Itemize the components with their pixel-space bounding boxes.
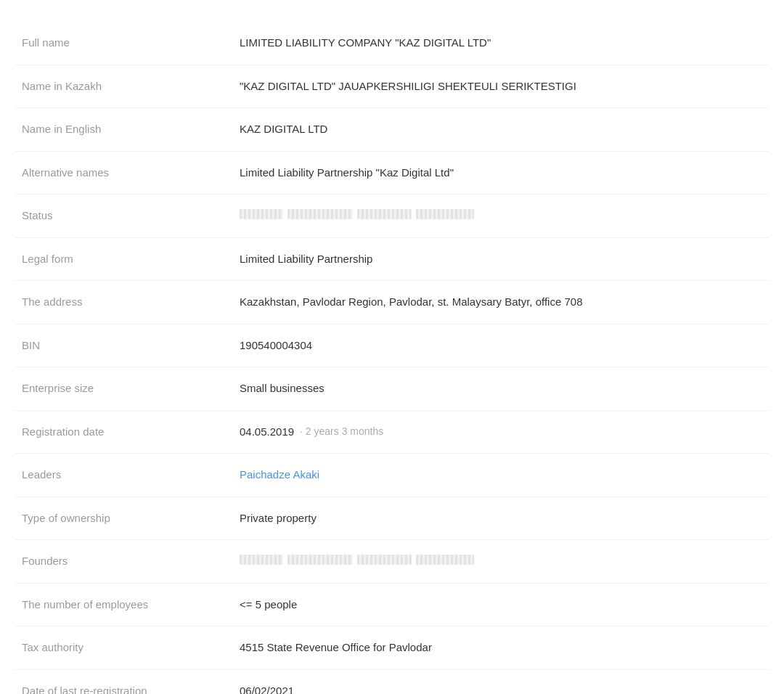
label-name-in-english: Name in English <box>22 121 240 135</box>
redacted-block <box>240 209 283 219</box>
value-tax-authority: 4515 State Revenue Office for Pavlodar <box>240 640 762 656</box>
row-alternative-names: Alternative namesLimited Liability Partn… <box>15 152 769 195</box>
value-full-name: LIMITED LIABILITY COMPANY "KAZ DIGITAL L… <box>240 35 762 52</box>
label-type-of-ownership: Type of ownership <box>22 510 240 524</box>
value-registration-date: 04.05.2019· 2 years 3 months <box>240 424 762 441</box>
redacted-block <box>240 555 283 565</box>
value-status <box>240 208 762 224</box>
redacted-block <box>287 209 353 219</box>
value-employees: <= 5 people <box>240 597 762 613</box>
redacted-block <box>357 555 412 565</box>
registration-date-value: 04.05.2019 <box>240 424 294 441</box>
value-founders <box>240 553 762 570</box>
row-last-registration: Date of last re-registration06/02/2021 <box>15 670 769 695</box>
row-type-of-ownership: Type of ownershipPrivate property <box>15 497 769 541</box>
label-registration-date: Registration date <box>22 424 240 438</box>
label-name-in-kazakh: Name in Kazakh <box>22 78 240 92</box>
value-name-in-english: KAZ DIGITAL LTD <box>240 121 762 138</box>
redacted-block <box>416 209 474 219</box>
label-legal-form: Legal form <box>22 251 240 265</box>
redacted-block <box>416 555 474 565</box>
row-name-in-english: Name in EnglishKAZ DIGITAL LTD <box>15 108 769 152</box>
label-last-registration: Date of last re-registration <box>22 683 240 695</box>
row-enterprise-size: Enterprise sizeSmall businesses <box>15 367 769 411</box>
label-alternative-names: Alternative names <box>22 165 240 179</box>
company-info-table: Full nameLIMITED LIABILITY COMPANY "KAZ … <box>0 22 784 694</box>
row-employees: The number of employees<= 5 people <box>15 584 769 627</box>
value-name-in-kazakh: "KAZ DIGITAL LTD" JAUAPKERSHILIGI SHEKTE… <box>240 78 762 95</box>
label-full-name: Full name <box>22 35 240 49</box>
row-legal-form: Legal formLimited Liability Partnership <box>15 238 769 282</box>
label-founders: Founders <box>22 553 240 567</box>
value-leaders[interactable]: Paichadze Akaki <box>240 467 762 483</box>
value-type-of-ownership: Private property <box>240 510 762 527</box>
label-enterprise-size: Enterprise size <box>22 380 240 394</box>
row-full-name: Full nameLIMITED LIABILITY COMPANY "KAZ … <box>15 22 769 65</box>
row-status: Status <box>15 195 769 238</box>
row-registration-date: Registration date04.05.2019· 2 years 3 m… <box>15 411 769 454</box>
label-leaders: Leaders <box>22 467 240 481</box>
label-employees: The number of employees <box>22 597 240 611</box>
row-tax-authority: Tax authority4515 State Revenue Office f… <box>15 626 769 670</box>
value-alternative-names: Limited Liability Partnership "Kaz Digit… <box>240 165 762 181</box>
row-founders: Founders <box>15 540 769 584</box>
value-bin: 190540004304 <box>240 338 762 354</box>
row-bin: BIN190540004304 <box>15 324 769 368</box>
row-name-in-kazakh: Name in Kazakh"KAZ DIGITAL LTD" JAUAPKER… <box>15 65 769 109</box>
redacted-block <box>357 209 412 219</box>
label-address: The address <box>22 294 240 308</box>
label-tax-authority: Tax authority <box>22 640 240 653</box>
label-status: Status <box>22 208 240 221</box>
registration-duration: · 2 years 3 months <box>300 424 383 439</box>
row-address: The addressKazakhstan, Pavlodar Region, … <box>15 281 769 324</box>
link-leaders[interactable]: Paichadze Akaki <box>240 468 319 481</box>
row-leaders: LeadersPaichadze Akaki <box>15 454 769 497</box>
value-legal-form: Limited Liability Partnership <box>240 251 762 268</box>
value-enterprise-size: Small businesses <box>240 380 762 397</box>
value-address: Kazakhstan, Pavlodar Region, Pavlodar, s… <box>240 294 762 311</box>
value-last-registration: 06/02/2021 <box>240 683 762 695</box>
label-bin: BIN <box>22 338 240 351</box>
redacted-block <box>287 555 353 565</box>
